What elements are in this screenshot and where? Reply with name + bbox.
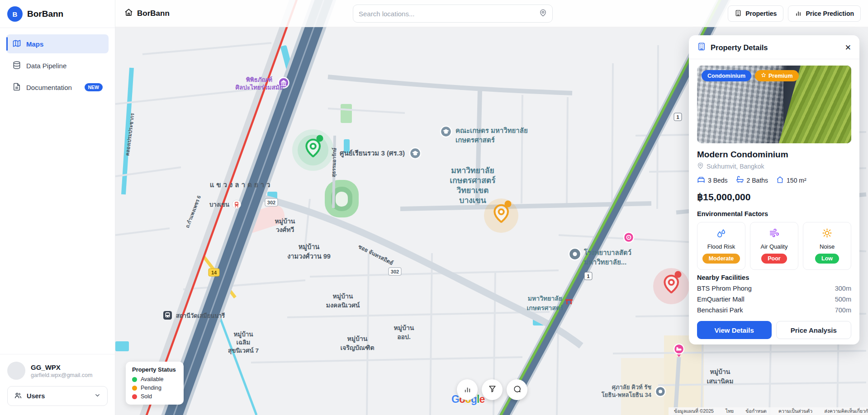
marker-pending[interactable] (484, 198, 518, 233)
sidebar-item-label: Documentation (26, 84, 72, 91)
label-wongthawi: หมู่บ้าน วงศ์ทวี (275, 217, 295, 233)
label-samian: สถานีวัดเสมียนนารี (176, 312, 225, 319)
users-dropdown-label: Users (27, 392, 45, 400)
label-chalerm: หมู่บ้าน เฉลิม สุขนิเวศน์ 7 (228, 331, 259, 354)
svg-text:คณะเกษตร มหาวิทยาลัย: คณะเกษตร มหาวิทยาลัย (455, 127, 528, 134)
env-card-air-quality: Air Quality Poor (750, 222, 798, 270)
search-input[interactable] (359, 10, 539, 18)
sun-icon (822, 228, 832, 240)
bts-icon (624, 232, 634, 242)
facility-name: BTS Phrom Phong (697, 285, 752, 292)
nearby-row: EmQuartier Mall 500m (697, 296, 851, 303)
funnel-icon (488, 385, 497, 395)
attribution-country[interactable]: ไทย (726, 407, 734, 415)
filter-button[interactable] (482, 379, 503, 400)
env-label: Air Quality (761, 243, 788, 250)
svg-text:14: 14 (211, 270, 217, 275)
app-logo: B BorBann (0, 0, 115, 28)
svg-text:เฉลิม: เฉลิม (237, 339, 251, 346)
svg-text:มหาวิทยาลัย...: มหาวิทยาลัย... (584, 258, 626, 266)
env-label: Noise (820, 243, 835, 250)
label-street-vertical: สุธรรมอารักษ์ (331, 147, 338, 177)
new-badge: NEW (85, 83, 103, 91)
property-photo: Condominium Premium (697, 66, 851, 143)
map-markers (298, 135, 689, 304)
location-pin-icon (539, 9, 547, 19)
label-faculty: คณะเกษตร มหาวิทยาลัย เกษตรศาสตร์ (455, 127, 528, 144)
properties-button[interactable]: Properties (728, 5, 783, 22)
nearby-row: Benchasiri Park 700m (697, 307, 851, 314)
svg-text:หมู่บ้าน: หมู่บ้าน (710, 368, 730, 376)
chevron-down-icon (94, 392, 101, 400)
legend-item-available: Available (132, 376, 177, 382)
svg-text:302: 302 (267, 200, 275, 205)
topbar-brand[interactable]: BorBann (115, 8, 170, 19)
panel-title: Property Details (711, 43, 768, 52)
bangkhen-station-icon (232, 200, 241, 209)
chat-icon (513, 385, 522, 395)
marker-available[interactable] (298, 135, 328, 165)
svg-text:เจริญบัณฑิต: เจริญบัณฑิต (340, 344, 374, 352)
svg-text:302: 302 (391, 269, 399, 274)
home-icon (124, 8, 133, 19)
label-mongkol: หมู่บ้าน มงคลนิเวศน์ (326, 292, 360, 309)
route-shield-1-a: 1 (584, 272, 592, 280)
map-labels: พิพิธภัณฑ์ ศิลปะไทยร่วมสมัย ศูนย์เรียนรว… (124, 76, 733, 398)
chat-button[interactable] (507, 379, 527, 400)
attribution-feedback[interactable]: ส่งความคิดเห็นเกี่ยวกับผลิตภัณฑ์ (824, 407, 868, 415)
env-value-badge: Moderate (702, 254, 740, 264)
analytics-button[interactable] (457, 379, 478, 400)
search-box[interactable] (353, 5, 553, 23)
svg-text:1: 1 (587, 274, 589, 279)
route-shield-302-a: 302 (265, 198, 278, 206)
label-university-main: มหาวิทยาลัย เกษตรศาสตร์ วิทยาเขต บางเขน (450, 166, 496, 205)
attribution-privacy[interactable]: ความเป็นส่วนตัว (778, 407, 812, 415)
label-sena: หมู่บ้าน เสนานิคม (707, 368, 734, 385)
marker-sold[interactable] (653, 268, 689, 304)
property-price: ฿15,000,000 (697, 192, 851, 203)
sidebar-nav: Maps Data Pipeline Documentation NEW (0, 28, 115, 103)
map-attribution: ข้อมูลแผนที่ ©2025 ไทย ข้อกำหนด ความเป็น… (669, 407, 868, 415)
star-icon (761, 72, 766, 79)
price-prediction-label: Price Prediction (806, 10, 854, 17)
attribution-terms[interactable]: ข้อกำหนด (745, 407, 767, 415)
sidebar-item-maps[interactable]: Maps (6, 34, 109, 53)
property-name: Modern Condominium (697, 150, 851, 160)
sidebar-item-documentation[interactable]: Documentation NEW (6, 78, 109, 97)
bath-icon (736, 175, 744, 185)
svg-text:มหาวิทยาลัย: มหาวิทยาลัย (451, 166, 494, 175)
route-shield-1-b: 1 (674, 113, 682, 121)
user-block: GG_WPX garfield.wpx@gmail.com Users (0, 354, 115, 415)
status-dot-sold (132, 394, 137, 399)
users-dropdown[interactable]: Users (7, 386, 108, 406)
status-dot-available (132, 377, 137, 382)
svg-text:หมู่บ้าน: หมู่บ้าน (347, 335, 368, 343)
close-icon[interactable]: ✕ (845, 44, 851, 52)
svg-text:หมู่บ้าน: หมู่บ้าน (299, 243, 319, 251)
app-root: 302 302 14 1 1 (0, 0, 868, 415)
price-analysis-button[interactable]: Price Analysis (776, 321, 852, 339)
app-name: BorBann (27, 9, 63, 19)
avatar[interactable] (7, 362, 25, 380)
sidebar-item-label: Maps (26, 40, 43, 48)
env-value-badge: Low (815, 254, 839, 264)
sidebar-item-label: Data Pipeline (26, 62, 66, 70)
price-prediction-button[interactable]: Price Prediction (788, 5, 861, 22)
svg-text:เกษตรศาสตร์: เกษตรศาสตร์ (526, 304, 563, 311)
facility-name: EmQuartier Mall (697, 296, 745, 303)
facility-distance: 300m (835, 285, 851, 292)
facility-name: Benchasiri Park (697, 307, 743, 314)
gradcap-icon-faculty (441, 126, 451, 137)
sidebar-item-data-pipeline[interactable]: Data Pipeline (6, 56, 109, 75)
svg-text:ศิลปะไทยร่วมสมัย: ศิลปะไทยร่วมสมัย (235, 84, 283, 91)
label-op: หมู่บ้าน ออป. (394, 324, 414, 340)
svg-text:ออป.: ออป. (397, 333, 411, 340)
sidebar: B BorBann Maps Data Pipeline Documenta (0, 0, 115, 415)
legend-label: Available (141, 376, 164, 382)
legend-label: Pending (141, 385, 161, 391)
supalai-icon (655, 387, 665, 396)
route-shield-302-b: 302 (389, 268, 401, 275)
properties-label: Properties (745, 10, 777, 17)
building-icon-blue (697, 42, 706, 53)
view-details-button[interactable]: View Details (697, 321, 772, 339)
